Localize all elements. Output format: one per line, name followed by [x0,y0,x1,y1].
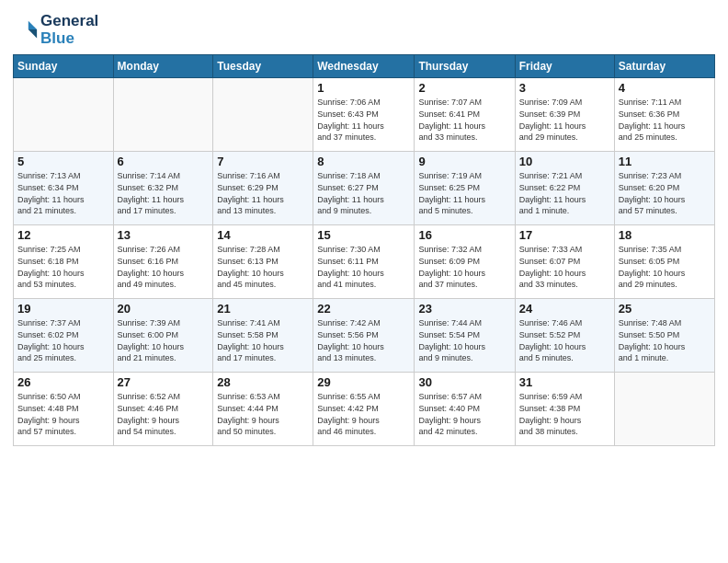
calendar-cell: 2Sunrise: 7:07 AM Sunset: 6:41 PM Daylig… [415,78,515,152]
calendar-cell: 13Sunrise: 7:26 AM Sunset: 6:16 PM Dayli… [113,225,213,299]
calendar-cell: 6Sunrise: 7:14 AM Sunset: 6:32 PM Daylig… [113,152,213,225]
day-number: 17 [519,228,610,242]
calendar-cell: 29Sunrise: 6:55 AM Sunset: 4:42 PM Dayli… [313,373,415,446]
calendar-cell: 25Sunrise: 7:48 AM Sunset: 5:50 PM Dayli… [614,299,714,373]
day-info: Sunrise: 7:16 AM Sunset: 6:29 PM Dayligh… [217,170,309,216]
day-info: Sunrise: 7:13 AM Sunset: 6:34 PM Dayligh… [17,170,109,216]
day-number: 15 [317,228,410,242]
weekday-header-wednesday: Wednesday [313,55,415,78]
day-info: Sunrise: 6:52 AM Sunset: 4:46 PM Dayligh… [118,391,210,437]
weekday-header-friday: Friday [515,55,614,78]
day-number: 13 [118,228,210,242]
day-number: 16 [418,228,510,242]
day-info: Sunrise: 7:42 AM Sunset: 5:56 PM Dayligh… [317,317,410,363]
day-number: 22 [317,302,410,316]
day-number: 5 [17,155,109,168]
calendar-cell: 7Sunrise: 7:16 AM Sunset: 6:29 PM Daylig… [213,152,313,225]
calendar-cell: 31Sunrise: 6:59 AM Sunset: 4:38 PM Dayli… [515,373,614,446]
day-number: 19 [17,302,109,316]
calendar-cell: 22Sunrise: 7:42 AM Sunset: 5:56 PM Dayli… [313,299,415,373]
weekday-header-thursday: Thursday [415,55,515,78]
day-number: 8 [317,155,410,168]
day-info: Sunrise: 6:55 AM Sunset: 4:42 PM Dayligh… [317,391,410,437]
day-number: 1 [317,81,410,95]
calendar-cell: 21Sunrise: 7:41 AM Sunset: 5:58 PM Dayli… [213,299,313,373]
day-info: Sunrise: 7:48 AM Sunset: 5:50 PM Dayligh… [619,317,711,363]
day-number: 20 [118,302,210,316]
calendar-cell: 23Sunrise: 7:44 AM Sunset: 5:54 PM Dayli… [415,299,515,373]
day-number: 21 [217,302,309,316]
day-info: Sunrise: 7:32 AM Sunset: 6:09 PM Dayligh… [418,244,510,290]
calendar-cell: 5Sunrise: 7:13 AM Sunset: 6:34 PM Daylig… [14,152,114,225]
calendar-cell: 20Sunrise: 7:39 AM Sunset: 6:00 PM Dayli… [113,299,213,373]
day-number: 11 [619,155,711,168]
calendar-week-row: 26Sunrise: 6:50 AM Sunset: 4:48 PM Dayli… [14,373,715,446]
day-number: 24 [519,302,610,316]
calendar-cell: 30Sunrise: 6:57 AM Sunset: 4:40 PM Dayli… [415,373,515,446]
calendar-cell: 18Sunrise: 7:35 AM Sunset: 6:05 PM Dayli… [614,225,714,299]
calendar-cell: 28Sunrise: 6:53 AM Sunset: 4:44 PM Dayli… [213,373,313,446]
calendar-cell: 10Sunrise: 7:21 AM Sunset: 6:22 PM Dayli… [515,152,614,225]
day-number: 4 [619,81,711,95]
day-info: Sunrise: 7:44 AM Sunset: 5:54 PM Dayligh… [418,317,510,363]
day-number: 3 [519,81,610,95]
svg-marker-1 [28,29,37,38]
day-info: Sunrise: 7:21 AM Sunset: 6:22 PM Dayligh… [519,170,610,216]
day-number: 28 [217,375,309,389]
day-number: 31 [519,375,610,389]
day-number: 26 [17,375,109,389]
calendar-cell: 16Sunrise: 7:32 AM Sunset: 6:09 PM Dayli… [415,225,515,299]
calendar-week-row: 1Sunrise: 7:06 AM Sunset: 6:43 PM Daylig… [14,78,715,152]
calendar-week-row: 5Sunrise: 7:13 AM Sunset: 6:34 PM Daylig… [14,152,715,225]
calendar-cell: 17Sunrise: 7:33 AM Sunset: 6:07 PM Dayli… [515,225,614,299]
calendar-week-row: 19Sunrise: 7:37 AM Sunset: 6:02 PM Dayli… [14,299,715,373]
calendar-week-row: 12Sunrise: 7:25 AM Sunset: 6:18 PM Dayli… [14,225,715,299]
day-info: Sunrise: 7:35 AM Sunset: 6:05 PM Dayligh… [619,244,711,290]
day-info: Sunrise: 6:59 AM Sunset: 4:38 PM Dayligh… [519,391,610,437]
day-info: Sunrise: 7:23 AM Sunset: 6:20 PM Dayligh… [619,170,711,216]
svg-marker-0 [28,20,37,29]
calendar-cell: 9Sunrise: 7:19 AM Sunset: 6:25 PM Daylig… [415,152,515,225]
calendar-cell: 14Sunrise: 7:28 AM Sunset: 6:13 PM Dayli… [213,225,313,299]
logo-icon [13,17,39,43]
day-number: 30 [418,375,510,389]
day-number: 27 [118,375,210,389]
day-number: 2 [418,81,510,95]
weekday-header-row: SundayMondayTuesdayWednesdayThursdayFrid… [14,55,715,78]
day-info: Sunrise: 7:28 AM Sunset: 6:13 PM Dayligh… [217,244,309,290]
day-info: Sunrise: 7:33 AM Sunset: 6:07 PM Dayligh… [519,244,610,290]
day-info: Sunrise: 7:19 AM Sunset: 6:25 PM Dayligh… [418,170,510,216]
day-number: 9 [418,155,510,168]
calendar-cell: 24Sunrise: 7:46 AM Sunset: 5:52 PM Dayli… [515,299,614,373]
day-info: Sunrise: 7:11 AM Sunset: 6:36 PM Dayligh… [619,97,711,143]
day-info: Sunrise: 7:25 AM Sunset: 6:18 PM Dayligh… [17,244,109,290]
logo: General Blue [13,13,98,47]
day-number: 25 [619,302,711,316]
day-number: 6 [118,155,210,168]
calendar-table: SundayMondayTuesdayWednesdayThursdayFrid… [13,54,715,446]
day-number: 12 [17,228,109,242]
page-container: General Blue SundayMondayTuesdayWednesda… [0,0,728,563]
weekday-header-sunday: Sunday [14,55,114,78]
day-info: Sunrise: 7:37 AM Sunset: 6:02 PM Dayligh… [17,317,109,363]
day-info: Sunrise: 7:41 AM Sunset: 5:58 PM Dayligh… [217,317,309,363]
day-number: 7 [217,155,309,168]
day-number: 18 [619,228,711,242]
day-number: 29 [317,375,410,389]
day-number: 10 [519,155,610,168]
calendar-cell: 27Sunrise: 6:52 AM Sunset: 4:46 PM Dayli… [113,373,213,446]
calendar-cell: 12Sunrise: 7:25 AM Sunset: 6:18 PM Dayli… [14,225,114,299]
day-info: Sunrise: 7:39 AM Sunset: 6:00 PM Dayligh… [118,317,210,363]
day-info: Sunrise: 7:09 AM Sunset: 6:39 PM Dayligh… [519,97,610,143]
calendar-cell [14,78,114,152]
day-info: Sunrise: 7:18 AM Sunset: 6:27 PM Dayligh… [317,170,410,216]
day-info: Sunrise: 7:14 AM Sunset: 6:32 PM Dayligh… [118,170,210,216]
day-number: 23 [418,302,510,316]
calendar-cell: 3Sunrise: 7:09 AM Sunset: 6:39 PM Daylig… [515,78,614,152]
weekday-header-saturday: Saturday [614,55,714,78]
day-info: Sunrise: 7:30 AM Sunset: 6:11 PM Dayligh… [317,244,410,290]
weekday-header-monday: Monday [113,55,213,78]
page-header: General Blue [13,9,715,47]
day-info: Sunrise: 7:46 AM Sunset: 5:52 PM Dayligh… [519,317,610,363]
calendar-cell: 1Sunrise: 7:06 AM Sunset: 6:43 PM Daylig… [313,78,415,152]
